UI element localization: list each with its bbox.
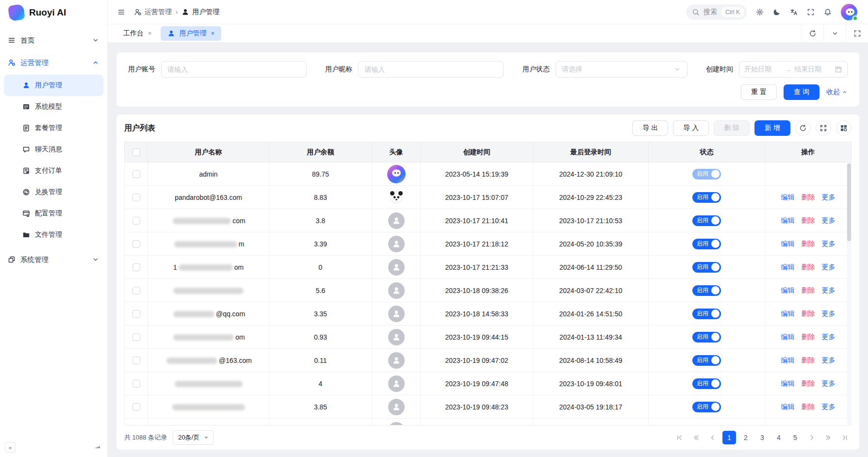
pager-page-2[interactable]: 2 (739, 431, 753, 444)
user-avatar[interactable] (841, 4, 857, 20)
pager-page-4[interactable]: 4 (772, 431, 786, 444)
breadcrumb-item[interactable]: 运营管理 (134, 8, 172, 16)
more-link[interactable]: 更多 (822, 379, 835, 387)
settings-gear-icon[interactable] (756, 8, 764, 16)
sidebar-item-operations[interactable]: 运营管理 (0, 51, 107, 74)
pager-last-page[interactable] (838, 431, 852, 444)
refresh-tab-icon[interactable] (801, 24, 823, 42)
scrollbar-thumb[interactable] (847, 163, 851, 241)
table-scrollbar[interactable] (847, 163, 852, 425)
delete-link[interactable]: 删除 (802, 286, 815, 294)
content-fullscreen-icon[interactable] (846, 24, 868, 42)
fullscreen-icon[interactable] (807, 8, 815, 16)
sidebar-item-chat-message[interactable]: 聊天消息 (4, 139, 103, 160)
pin-icon[interactable] (92, 442, 103, 453)
more-link[interactable]: 更多 (822, 356, 835, 364)
sidebar-item-user-mgmt[interactable]: 用户管理 (4, 75, 103, 96)
delete-link[interactable]: 删除 (802, 333, 815, 341)
breadcrumb-item[interactable]: 用户管理 (181, 8, 219, 16)
pager-jump-forward[interactable] (821, 431, 835, 444)
edit-link[interactable]: 编辑 (781, 286, 795, 294)
refresh-table-icon[interactable] (795, 120, 811, 136)
status-toggle[interactable]: 启用 (692, 262, 721, 273)
sidebar-item-file-mgmt[interactable]: 文件管理 (4, 224, 103, 245)
status-toggle[interactable]: 启用 (692, 239, 721, 249)
delete-link[interactable]: 删除 (802, 356, 815, 364)
tab-user-management[interactable]: 用户管理 × (161, 26, 222, 41)
row-checkbox[interactable] (132, 263, 140, 271)
edit-link[interactable]: 编辑 (781, 263, 795, 271)
more-link[interactable]: 更多 (822, 403, 835, 410)
edit-link[interactable]: 编辑 (781, 403, 795, 410)
more-link[interactable]: 更多 (822, 216, 835, 224)
status-toggle[interactable]: 启用 (692, 215, 721, 226)
pager-page-5[interactable]: 5 (788, 431, 802, 444)
row-checkbox[interactable] (132, 333, 140, 341)
delete-link[interactable]: 删除 (802, 310, 815, 317)
sidebar-item-home[interactable]: 首页 (0, 29, 107, 51)
row-checkbox[interactable] (132, 380, 140, 388)
notification-bell-icon[interactable] (824, 8, 832, 16)
edit-link[interactable]: 编辑 (781, 379, 795, 387)
status-toggle[interactable]: 启用 (692, 169, 721, 180)
sidebar-item-pay-order[interactable]: 支付订单 (4, 160, 103, 181)
status-toggle[interactable]: 启用 (692, 425, 721, 426)
sidebar-item-config-mgmt[interactable]: 配置管理 (4, 203, 103, 224)
row-checkbox[interactable] (132, 170, 140, 178)
sidebar-item-system-model[interactable]: 系统模型 (4, 96, 103, 117)
sidebar-item-system[interactable]: 系统管理 (0, 248, 107, 271)
close-icon[interactable]: × (211, 30, 215, 37)
status-toggle[interactable]: 启用 (692, 402, 721, 412)
row-checkbox[interactable] (132, 403, 140, 411)
pager-page-3[interactable]: 3 (755, 431, 769, 444)
pager-page-1[interactable]: 1 (722, 431, 736, 444)
more-link[interactable]: 更多 (822, 333, 835, 341)
status-toggle[interactable]: 启用 (692, 332, 721, 343)
pager-next-page[interactable] (805, 431, 819, 444)
more-link[interactable]: 更多 (822, 193, 835, 201)
row-checkbox[interactable] (132, 357, 140, 364)
row-checkbox[interactable] (132, 240, 140, 248)
delete-link[interactable]: 删除 (802, 263, 815, 271)
row-checkbox[interactable] (132, 287, 140, 294)
edit-link[interactable]: 编辑 (781, 356, 795, 364)
more-link[interactable]: 更多 (822, 310, 835, 317)
edit-link[interactable]: 编辑 (781, 216, 795, 224)
query-button[interactable]: 查 询 (784, 84, 819, 100)
select-all-checkbox[interactable] (132, 148, 140, 156)
tab-menu-chevron-icon[interactable] (823, 24, 846, 42)
more-link[interactable]: 更多 (822, 263, 835, 271)
delete-link[interactable]: 删除 (802, 403, 815, 410)
more-link[interactable]: 更多 (822, 240, 835, 247)
pager-first-page[interactable] (673, 431, 687, 444)
sidebar-item-package-mgmt[interactable]: 套餐管理 (4, 117, 103, 139)
nickname-input[interactable] (358, 61, 504, 78)
row-checkbox[interactable] (132, 310, 140, 318)
status-select[interactable]: 请选择 (556, 61, 688, 78)
status-toggle[interactable]: 启用 (692, 285, 721, 296)
status-toggle[interactable]: 启用 (692, 192, 721, 203)
add-button[interactable]: 新 增 (754, 120, 790, 136)
pager-prev-page[interactable] (706, 431, 720, 444)
edit-link[interactable]: 编辑 (781, 333, 795, 341)
reset-button[interactable]: 重 置 (741, 84, 777, 100)
tab-workbench[interactable]: 工作台 × (116, 24, 159, 42)
pager-jump-back[interactable] (689, 431, 703, 444)
global-search[interactable]: 搜索 Ctrl K (686, 4, 747, 20)
delete-button[interactable]: 删 除 (714, 120, 750, 136)
export-button[interactable]: 导 出 (632, 120, 668, 136)
row-checkbox[interactable] (132, 194, 140, 201)
dark-mode-moon-icon[interactable] (773, 8, 781, 16)
edit-link[interactable]: 编辑 (781, 310, 795, 317)
column-settings-icon[interactable] (836, 120, 852, 136)
import-button[interactable]: 导 入 (673, 120, 709, 136)
edit-link[interactable]: 编辑 (781, 193, 795, 201)
delete-link[interactable]: 删除 (802, 216, 815, 224)
status-toggle[interactable]: 启用 (692, 378, 721, 389)
status-toggle[interactable]: 启用 (692, 309, 721, 319)
close-icon[interactable]: × (148, 30, 152, 37)
more-link[interactable]: 更多 (822, 286, 835, 294)
sidebar-collapse-button[interactable]: « (5, 442, 16, 453)
date-range-picker[interactable]: 开始日期 → 结束日期 (739, 61, 848, 78)
expand-table-icon[interactable] (816, 120, 831, 136)
